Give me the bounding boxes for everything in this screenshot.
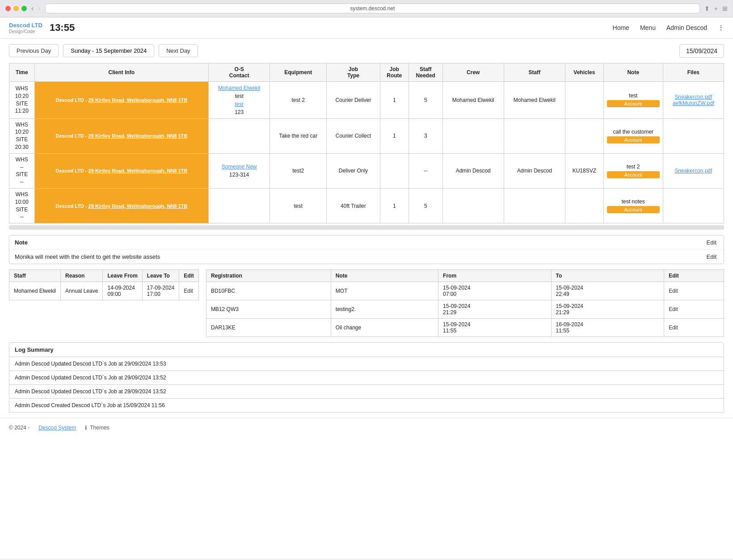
time-cell-3: WHS--SITE-- bbox=[9, 153, 35, 188]
log-item-1: Admin Descod Updated Descod LTD`s Job at… bbox=[9, 357, 724, 371]
browser-tab-overview[interactable]: ⊞ bbox=[722, 5, 728, 12]
client-cell-3[interactable]: Descod LTD - 29 Kirtley Road, Wellingbor… bbox=[34, 153, 208, 188]
veh-col-to: To bbox=[551, 270, 664, 282]
col-client: Client Info bbox=[34, 63, 208, 81]
crew-cell-3: Admin Descod bbox=[442, 153, 504, 188]
nav-admin-icon[interactable]: ⋮ bbox=[718, 24, 724, 31]
crew-cell-2 bbox=[442, 118, 504, 153]
note-body-edit-button[interactable]: Edit bbox=[699, 250, 724, 264]
jobtype-cell-1: Courier Deliver bbox=[327, 81, 380, 118]
crew-cell-4 bbox=[442, 188, 504, 223]
account-button-4[interactable]: Account bbox=[607, 206, 660, 213]
veh-to-3: 16-09-202411:55 bbox=[551, 319, 664, 337]
day-controls: Previous Day Sunday - 15 September 2024 … bbox=[0, 39, 733, 63]
address-bar[interactable]: system.descod.net bbox=[45, 4, 700, 13]
note-section: Note Edit Monika will meet with the clie… bbox=[9, 235, 724, 264]
vehicle-row: BD10FBC MOT 15-09-202407:00 15-09-202422… bbox=[206, 282, 724, 300]
veh-note-3: Oil change bbox=[331, 319, 438, 337]
maximize-button[interactable] bbox=[21, 6, 27, 11]
staffneeded-cell-2: 3 bbox=[409, 118, 442, 153]
footer-link[interactable]: Descod System bbox=[38, 425, 76, 431]
col-files: Files bbox=[663, 63, 724, 81]
prev-day-button[interactable]: Previous Day bbox=[9, 44, 59, 57]
note-header: Note Edit bbox=[9, 236, 724, 250]
staffneeded-cell-3: -- bbox=[409, 153, 442, 188]
staffneeded-cell-1: 5 bbox=[409, 81, 442, 118]
veh-edit-2[interactable]: Edit bbox=[664, 300, 724, 319]
veh-to-2: 15-09-202421:29 bbox=[551, 300, 664, 319]
vehicles-cell-4 bbox=[565, 188, 603, 223]
client-link-1[interactable]: 29 Kirtley Road, Wellingborough, NN8 1TB bbox=[88, 97, 188, 103]
client-cell-2[interactable]: Descod LTD - 29 Kirtley Road, Wellingbor… bbox=[34, 118, 208, 153]
minimize-button[interactable] bbox=[13, 6, 19, 11]
top-nav: Descod LTD Design/Code 13:55 Home Menu A… bbox=[0, 17, 733, 39]
jobtype-cell-4: 40ft Trailer bbox=[327, 188, 380, 223]
time-cell-4: WHS10:00SITE-- bbox=[9, 188, 35, 223]
file-link-1[interactable]: Sneakercon.pdf bbox=[666, 94, 720, 100]
close-button[interactable] bbox=[5, 6, 11, 11]
account-button-3[interactable]: Account bbox=[607, 171, 660, 178]
nav-admin[interactable]: Admin Descod bbox=[666, 24, 707, 31]
veh-reg-2: MB12 QW3 bbox=[206, 300, 331, 319]
date-display: 15/09/2024 bbox=[679, 44, 724, 58]
staff-name: Mohamed Elwekil bbox=[9, 282, 61, 300]
file-link-2[interactable]: aefkMulonZW.pdf bbox=[666, 100, 720, 106]
browser-add-tab[interactable]: + bbox=[714, 5, 718, 12]
app-container: Descod LTD Design/Code 13:55 Home Menu A… bbox=[0, 17, 733, 559]
staff-col-edit: Edit bbox=[179, 270, 199, 282]
client-link-3[interactable]: 29 Kirtley Road, Wellingborough, NN8 1TB bbox=[88, 168, 188, 173]
os-link-1[interactable]: Mohamed Elwekil bbox=[218, 85, 260, 91]
next-day-button[interactable]: Next Day bbox=[159, 44, 198, 57]
os-cell-1: Mohamed Elwekil test tesr 123 bbox=[209, 81, 270, 118]
current-day-button[interactable]: Sunday - 15 September 2024 bbox=[63, 44, 154, 57]
vehicles-cell-3: KU18SVZ bbox=[565, 153, 603, 188]
client-cell-4[interactable]: Descod LTD - 29 Kirtley Road, Wellingbor… bbox=[34, 188, 208, 223]
staff-col-from: Leave From bbox=[103, 270, 142, 282]
note-body: Monika will meet with the client to get … bbox=[9, 250, 724, 264]
log-title: Log Summary bbox=[9, 342, 724, 357]
nav-menu[interactable]: Menu bbox=[640, 24, 656, 31]
veh-col-reg: Registration bbox=[206, 270, 331, 282]
scroll-bar[interactable] bbox=[9, 225, 724, 230]
browser-back[interactable]: ‹ bbox=[31, 4, 34, 13]
client-link-2[interactable]: 29 Kirtley Road, Wellingborough, NN8 1TB bbox=[88, 133, 188, 139]
vehicles-table-wrap: Registration Note From To Edit BD10FBC M… bbox=[206, 269, 724, 337]
veh-edit-3[interactable]: Edit bbox=[664, 319, 724, 337]
col-staffneeded: StaffNeeded bbox=[409, 63, 442, 81]
nav-links: Home Menu Admin Descod ⋮ bbox=[613, 24, 724, 31]
veh-col-edit: Edit bbox=[664, 270, 724, 282]
vehicles-cell-2 bbox=[565, 118, 603, 153]
account-button-2[interactable]: Account bbox=[607, 136, 660, 143]
veh-reg-1: BD10FBC bbox=[206, 282, 331, 300]
nav-home[interactable]: Home bbox=[613, 24, 629, 31]
veh-note-1: MOT bbox=[331, 282, 438, 300]
staff-edit-button[interactable]: Edit bbox=[179, 282, 199, 300]
staff-leave-from: 14-09-202409:00 bbox=[103, 282, 142, 300]
table-row: WHS10:00SITE-- Descod LTD - 29 Kirtley R… bbox=[9, 188, 724, 223]
files-cell-2 bbox=[663, 118, 724, 153]
equipment-cell-4: test bbox=[270, 188, 327, 223]
account-button-1[interactable]: Account bbox=[607, 100, 660, 107]
vehicle-row: DAR13KE Oil change 15-09-202411:55 16-09… bbox=[206, 319, 724, 337]
schedule-table-wrap: Time Client Info O-SContact Equipment Jo… bbox=[0, 63, 733, 224]
note-cell-4: test notes Account bbox=[603, 188, 663, 223]
os-cell-2 bbox=[209, 118, 270, 153]
note-header-edit-button[interactable]: Edit bbox=[699, 236, 724, 249]
themes-button[interactable]: ℹ Themes bbox=[85, 425, 109, 431]
file-link-3[interactable]: Sneakercon.pdf bbox=[666, 168, 720, 174]
crew-cell-1: Mohamed Elwekil bbox=[442, 81, 504, 118]
logo-area: Descod LTD Design/Code bbox=[9, 22, 42, 34]
staff-col-staff: Staff bbox=[9, 270, 61, 282]
os-link-2[interactable]: tesr bbox=[235, 101, 244, 107]
veh-edit-1[interactable]: Edit bbox=[664, 282, 724, 300]
veh-col-note: Note bbox=[331, 270, 438, 282]
note-cell-1: test Account bbox=[603, 81, 663, 118]
browser-forward[interactable]: › bbox=[38, 4, 40, 13]
os-link-3[interactable]: Someone New bbox=[222, 164, 257, 170]
client-link-4[interactable]: 29 Kirtley Road, Wellingborough, NN8 1TB bbox=[88, 203, 188, 209]
veh-note-2: testing2. bbox=[331, 300, 438, 319]
browser-share[interactable]: ⬆ bbox=[704, 5, 710, 12]
client-cell-1[interactable]: Descod LTD - 29 Kirtley Road, Wellingbor… bbox=[34, 81, 208, 118]
traffic-lights bbox=[5, 6, 27, 11]
os-cell-4 bbox=[209, 188, 270, 223]
